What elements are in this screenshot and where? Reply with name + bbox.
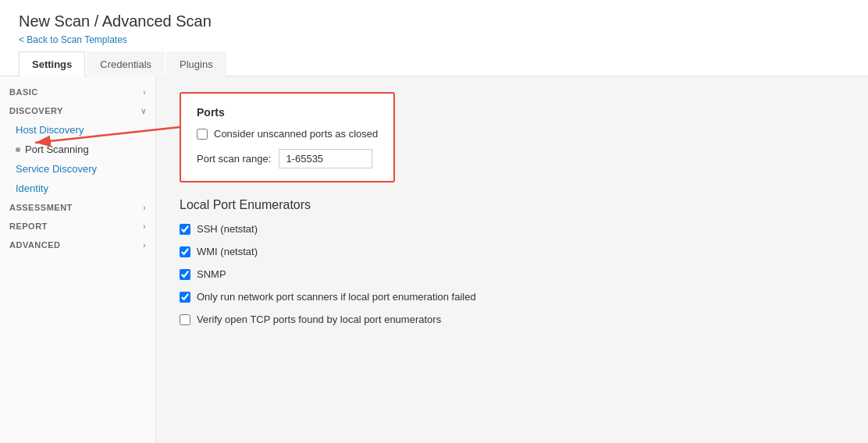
sidebar-section-basic[interactable]: BASIC › [0, 83, 155, 101]
chevron-right-icon-3: › [143, 222, 146, 231]
enum-label-1: WMI (netstat) [197, 246, 258, 257]
unscanned-ports-checkbox[interactable] [197, 129, 208, 140]
chevron-right-icon-4: › [143, 241, 146, 250]
enum-row-3: Only run network port scanners if local … [180, 291, 845, 303]
tabs-bar: Settings Credentials Plugins [0, 51, 868, 76]
sidebar: BASIC › DISCOVERY ∨ Host Discovery Port … [0, 76, 156, 443]
local-enum-section: Local Port Enumerators SSH (netstat) WMI… [180, 198, 845, 325]
sidebar-section-discovery[interactable]: DISCOVERY ∨ [0, 101, 155, 120]
port-range-row: Port scan range: [197, 149, 378, 168]
chevron-right-icon: › [143, 88, 146, 97]
sidebar-section-advanced[interactable]: ADVANCED › [0, 236, 155, 254]
sidebar-item-service-discovery[interactable]: Service Discovery [0, 159, 155, 179]
enum-row-1: WMI (netstat) [180, 246, 845, 257]
enum-checkbox-0[interactable] [180, 224, 190, 235]
enum-row-4: Verify open TCP ports found by local por… [180, 314, 845, 325]
bullet-icon [16, 147, 20, 152]
page-header: New Scan / Advanced Scan < Back to Scan … [0, 0, 868, 51]
port-range-label: Port scan range: [197, 153, 271, 165]
enum-row-2: SNMP [180, 268, 845, 280]
local-enum-title: Local Port Enumerators [180, 198, 845, 212]
enum-label-2: SNMP [197, 268, 226, 280]
sidebar-item-port-scanning[interactable]: Port Scanning [0, 140, 155, 159]
content-area: BASIC › DISCOVERY ∨ Host Discovery Port … [0, 76, 868, 443]
enum-checkbox-4[interactable] [180, 314, 190, 325]
enum-label-0: SSH (netstat) [197, 223, 258, 235]
unscanned-ports-row: Consider unscanned ports as closed [197, 128, 378, 140]
back-link[interactable]: < Back to Scan Templates [19, 34, 127, 45]
sidebar-item-identity[interactable]: Identity [0, 179, 155, 198]
tab-plugins[interactable]: Plugins [166, 51, 226, 76]
sidebar-item-host-discovery[interactable]: Host Discovery [0, 120, 155, 140]
unscanned-ports-label: Consider unscanned ports as closed [214, 128, 378, 140]
enum-row-0: SSH (netstat) [180, 223, 845, 235]
enum-label-4: Verify open TCP ports found by local por… [197, 314, 441, 325]
enum-checkbox-1[interactable] [180, 246, 190, 257]
port-range-input[interactable] [279, 149, 372, 168]
main-content: Ports Consider unscanned ports as closed… [156, 76, 868, 443]
sidebar-section-report[interactable]: REPORT › [0, 217, 155, 236]
tab-credentials[interactable]: Credentials [87, 51, 165, 76]
ports-section-title: Ports [197, 106, 378, 119]
sidebar-section-assessment[interactable]: ASSESSMENT › [0, 198, 155, 217]
tab-settings[interactable]: Settings [19, 51, 85, 76]
page-title: New Scan / Advanced Scan [19, 12, 849, 30]
ports-section: Ports Consider unscanned ports as closed… [180, 92, 395, 183]
enum-checkbox-3[interactable] [180, 292, 190, 303]
enum-checkbox-2[interactable] [180, 269, 190, 280]
chevron-down-icon: ∨ [141, 107, 147, 115]
chevron-right-icon-2: › [143, 204, 146, 212]
enum-label-3: Only run network port scanners if local … [197, 291, 476, 303]
